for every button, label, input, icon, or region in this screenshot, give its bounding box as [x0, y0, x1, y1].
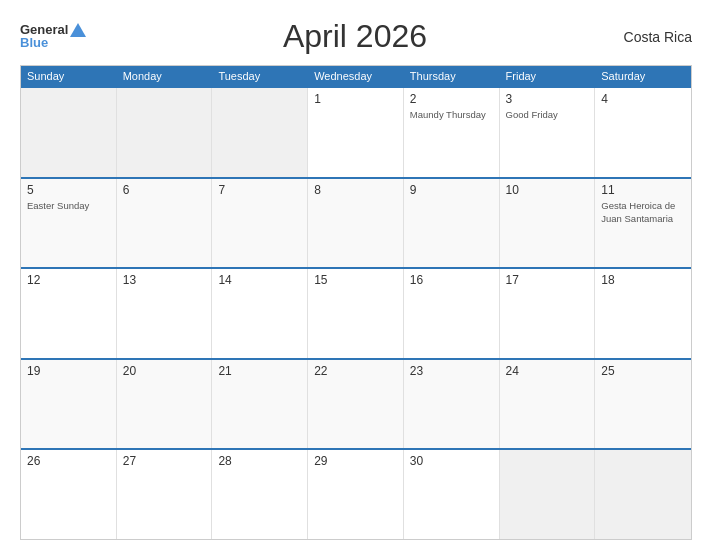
day-cell-4-5: 23 — [404, 360, 500, 449]
day-cell-3-4: 15 — [308, 269, 404, 358]
header-monday: Monday — [117, 66, 213, 86]
day-number: 19 — [27, 364, 110, 378]
day-number: 21 — [218, 364, 301, 378]
header-saturday: Saturday — [595, 66, 691, 86]
day-number: 24 — [506, 364, 589, 378]
day-number: 9 — [410, 183, 493, 197]
day-cell-2-3: 7 — [212, 179, 308, 268]
day-number: 10 — [506, 183, 589, 197]
day-cell-2-7: 11Gesta Heroica de Juan Santamaria — [595, 179, 691, 268]
day-cell-5-6 — [500, 450, 596, 539]
day-cell-3-5: 16 — [404, 269, 500, 358]
day-cell-2-2: 6 — [117, 179, 213, 268]
day-number: 20 — [123, 364, 206, 378]
page: General Blue April 2026 Costa Rica Sunda… — [0, 0, 712, 550]
day-number: 23 — [410, 364, 493, 378]
day-number: 8 — [314, 183, 397, 197]
calendar-grid: Sunday Monday Tuesday Wednesday Thursday… — [20, 65, 692, 540]
weeks-container: 12Maundy Thursday3Good Friday45Easter Su… — [21, 86, 691, 539]
day-cell-5-7 — [595, 450, 691, 539]
week-row-2: 5Easter Sunday67891011Gesta Heroica de J… — [21, 177, 691, 268]
day-cell-5-2: 27 — [117, 450, 213, 539]
day-number: 5 — [27, 183, 110, 197]
day-number: 1 — [314, 92, 397, 106]
day-cell-1-3 — [212, 88, 308, 177]
day-cell-1-2 — [117, 88, 213, 177]
day-cell-4-6: 24 — [500, 360, 596, 449]
logo-blue-text: Blue — [20, 36, 48, 50]
header-thursday: Thursday — [404, 66, 500, 86]
day-number: 2 — [410, 92, 493, 106]
day-number: 3 — [506, 92, 589, 106]
day-number: 27 — [123, 454, 206, 468]
day-cell-3-6: 17 — [500, 269, 596, 358]
day-number: 4 — [601, 92, 685, 106]
day-cell-2-1: 5Easter Sunday — [21, 179, 117, 268]
day-cell-1-4: 1 — [308, 88, 404, 177]
day-cell-2-6: 10 — [500, 179, 596, 268]
day-number: 28 — [218, 454, 301, 468]
day-cell-2-4: 8 — [308, 179, 404, 268]
day-number: 22 — [314, 364, 397, 378]
day-number: 18 — [601, 273, 685, 287]
day-cell-3-1: 12 — [21, 269, 117, 358]
day-cell-1-1 — [21, 88, 117, 177]
day-number: 17 — [506, 273, 589, 287]
day-cell-1-6: 3Good Friday — [500, 88, 596, 177]
day-headers: Sunday Monday Tuesday Wednesday Thursday… — [21, 66, 691, 86]
day-cell-5-3: 28 — [212, 450, 308, 539]
week-row-1: 12Maundy Thursday3Good Friday4 — [21, 86, 691, 177]
week-row-5: 2627282930 — [21, 448, 691, 539]
day-cell-1-7: 4 — [595, 88, 691, 177]
day-number: 29 — [314, 454, 397, 468]
day-cell-4-3: 21 — [212, 360, 308, 449]
day-number: 6 — [123, 183, 206, 197]
logo-triangle-icon — [70, 23, 86, 37]
week-row-4: 19202122232425 — [21, 358, 691, 449]
day-number: 11 — [601, 183, 685, 197]
week-row-3: 12131415161718 — [21, 267, 691, 358]
day-cell-5-4: 29 — [308, 450, 404, 539]
logo: General Blue — [20, 23, 86, 51]
day-number: 16 — [410, 273, 493, 287]
day-cell-5-1: 26 — [21, 450, 117, 539]
header-wednesday: Wednesday — [308, 66, 404, 86]
day-cell-4-2: 20 — [117, 360, 213, 449]
holiday-label: Good Friday — [506, 109, 558, 120]
day-cell-3-3: 14 — [212, 269, 308, 358]
calendar-title: April 2026 — [283, 18, 427, 55]
day-cell-4-7: 25 — [595, 360, 691, 449]
day-cell-1-5: 2Maundy Thursday — [404, 88, 500, 177]
header: General Blue April 2026 Costa Rica — [20, 18, 692, 55]
day-number: 25 — [601, 364, 685, 378]
day-number: 13 — [123, 273, 206, 287]
day-cell-3-2: 13 — [117, 269, 213, 358]
header-tuesday: Tuesday — [212, 66, 308, 86]
day-cell-4-1: 19 — [21, 360, 117, 449]
day-cell-4-4: 22 — [308, 360, 404, 449]
day-cell-2-5: 9 — [404, 179, 500, 268]
day-number: 15 — [314, 273, 397, 287]
day-cell-5-5: 30 — [404, 450, 500, 539]
holiday-label: Easter Sunday — [27, 200, 89, 211]
holiday-label: Gesta Heroica de Juan Santamaria — [601, 200, 675, 224]
day-number: 12 — [27, 273, 110, 287]
header-friday: Friday — [500, 66, 596, 86]
day-number: 14 — [218, 273, 301, 287]
day-number: 30 — [410, 454, 493, 468]
header-sunday: Sunday — [21, 66, 117, 86]
day-number: 7 — [218, 183, 301, 197]
holiday-label: Maundy Thursday — [410, 109, 486, 120]
country-label: Costa Rica — [624, 29, 692, 45]
day-number: 26 — [27, 454, 110, 468]
day-cell-3-7: 18 — [595, 269, 691, 358]
